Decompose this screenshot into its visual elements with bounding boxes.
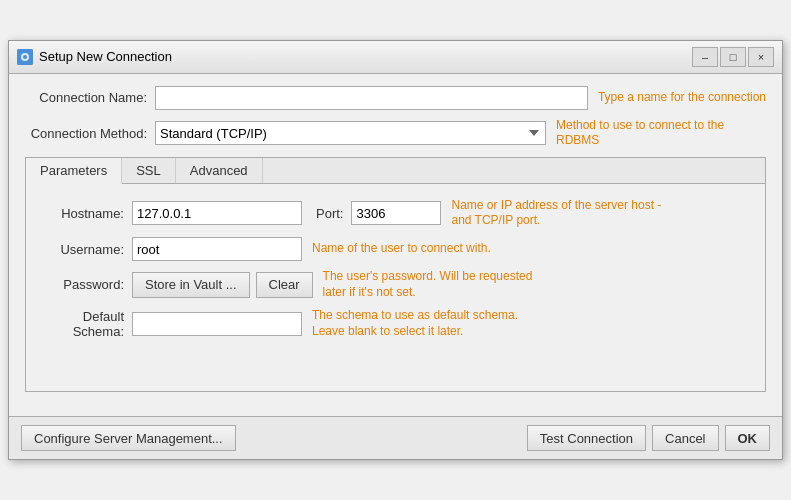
minimize-button[interactable]: – — [692, 47, 718, 67]
connection-name-input[interactable] — [155, 86, 588, 110]
tab-parameters[interactable]: Parameters — [26, 158, 122, 184]
test-connection-button[interactable]: Test Connection — [527, 425, 646, 451]
username-row: Username: Name of the user to connect wi… — [42, 237, 749, 261]
port-input[interactable] — [351, 201, 441, 225]
hostname-hint: Name or IP address of the server host - … — [451, 198, 661, 229]
window-icon — [17, 49, 33, 65]
default-schema-hint: The schema to use as default schema. Lea… — [312, 308, 522, 339]
connection-method-row: Connection Method: Standard (TCP/IP) Sta… — [25, 118, 766, 149]
svg-point-2 — [23, 55, 27, 59]
username-input[interactable] — [132, 237, 302, 261]
connection-method-hint: Method to use to connect to the RDBMS — [556, 118, 766, 149]
window-controls: – □ × — [692, 47, 774, 67]
tab-ssl[interactable]: SSL — [122, 158, 176, 183]
tabs-header: Parameters SSL Advanced — [26, 158, 765, 184]
ok-button[interactable]: OK — [725, 425, 771, 451]
dialog-content: Connection Name: Type a name for the con… — [9, 74, 782, 417]
username-label: Username: — [42, 242, 132, 257]
window-title: Setup New Connection — [39, 49, 686, 64]
close-button[interactable]: × — [748, 47, 774, 67]
footer-right: Test Connection Cancel OK — [527, 425, 770, 451]
dialog-footer: Configure Server Management... Test Conn… — [9, 416, 782, 459]
footer-left: Configure Server Management... — [21, 425, 519, 451]
hostname-label: Hostname: — [42, 206, 132, 221]
default-schema-input[interactable] — [132, 312, 302, 336]
hostname-row: Hostname: Port: Name or IP address of th… — [42, 198, 749, 229]
password-hint: The user's password. Will be requested l… — [323, 269, 533, 300]
password-label: Password: — [42, 277, 132, 292]
parameters-tab-content: Hostname: Port: Name or IP address of th… — [26, 184, 765, 392]
connection-method-label: Connection Method: — [25, 126, 155, 141]
configure-server-management-button[interactable]: Configure Server Management... — [21, 425, 236, 451]
default-schema-label: Default Schema: — [42, 309, 132, 339]
tab-advanced[interactable]: Advanced — [176, 158, 263, 183]
clear-password-button[interactable]: Clear — [256, 272, 313, 298]
connection-name-row: Connection Name: Type a name for the con… — [25, 86, 766, 110]
cancel-button[interactable]: Cancel — [652, 425, 718, 451]
connection-name-label: Connection Name: — [25, 90, 155, 105]
store-in-vault-button[interactable]: Store in Vault ... — [132, 272, 250, 298]
default-schema-row: Default Schema: The schema to use as def… — [42, 308, 749, 339]
title-bar: Setup New Connection – □ × — [9, 41, 782, 74]
hostname-input[interactable] — [132, 201, 302, 225]
tabs-container: Parameters SSL Advanced Hostname: Port: … — [25, 157, 766, 393]
username-hint: Name of the user to connect with. — [312, 241, 491, 257]
port-label: Port: — [302, 206, 351, 221]
connection-method-select[interactable]: Standard (TCP/IP) Standard (TCP/IP) with… — [155, 121, 546, 145]
maximize-button[interactable]: □ — [720, 47, 746, 67]
connection-name-hint: Type a name for the connection — [598, 90, 766, 106]
password-row: Password: Store in Vault ... Clear The u… — [42, 269, 749, 300]
setup-new-connection-window: Setup New Connection – □ × Connection Na… — [8, 40, 783, 461]
